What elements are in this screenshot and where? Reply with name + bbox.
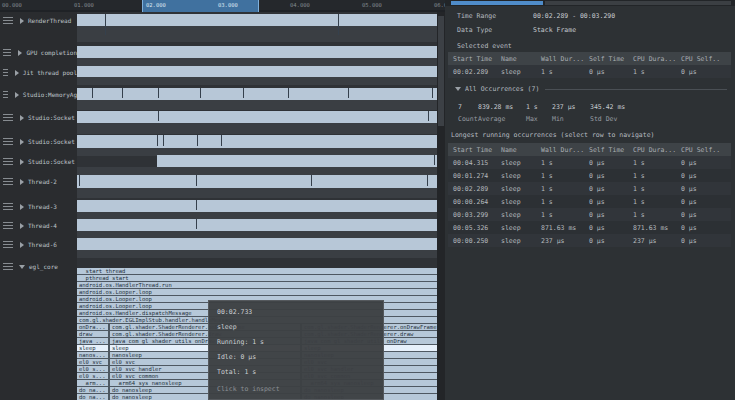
event-tick-mark[interactable] (221, 135, 222, 146)
stack-frame-android-os-looper-loop[interactable]: android.os.Looper.loop (77, 289, 437, 295)
stack-frame-ondra-[interactable]: onDra... (77, 324, 108, 330)
column-header-self-time[interactable]: Self Time (584, 146, 628, 154)
event-tick-mark[interactable] (427, 175, 428, 186)
expand-arrow-icon[interactable] (15, 92, 19, 98)
event-tick-mark[interactable] (428, 111, 429, 121)
event-tick-mark[interactable] (105, 14, 106, 35)
track-activity-bar-thread-3[interactable] (77, 200, 437, 212)
timeline-scrollbar-thumb[interactable] (438, 16, 444, 126)
column-header-wall-dur-[interactable]: Wall Dur... (536, 146, 584, 154)
timeline-scrollbar[interactable] (437, 12, 445, 400)
collapse-triangle-icon[interactable] (455, 87, 461, 91)
event-tick-mark[interactable] (196, 200, 197, 210)
expand-arrow-icon[interactable] (20, 18, 24, 24)
drag-grip-icon[interactable] (3, 203, 13, 210)
stack-frame-el0-s-[interactable]: el0_s... (77, 373, 108, 379)
event-tick-mark[interactable] (163, 135, 164, 146)
track-header-jit-thread-pool[interactable]: Jit thread pool (0, 68, 77, 77)
stack-frame-nanos-[interactable]: nanos... (77, 352, 108, 358)
drag-grip-icon[interactable] (3, 17, 13, 24)
drag-grip-icon[interactable] (3, 138, 13, 145)
track-activity-bar-jit-thread-pool[interactable] (77, 66, 437, 77)
drag-grip-icon[interactable] (3, 222, 13, 229)
expand-arrow-icon[interactable] (20, 242, 24, 248)
event-tick-mark[interactable] (157, 135, 158, 146)
expand-arrow-icon[interactable] (20, 115, 24, 121)
table-row[interactable]: 00:04.315sleep1 s0 µs1 s0 µs (448, 156, 731, 169)
table-row[interactable]: 00:03.299sleep1 s0 µs1 s0 µs (448, 208, 731, 221)
expand-arrow-icon[interactable] (20, 223, 24, 229)
drag-grip-icon[interactable] (3, 49, 11, 56)
track-header-thread-6[interactable]: Thread-6 (0, 240, 77, 249)
table-row[interactable]: 00:01.274sleep1 s0 µs1 s0 µs (448, 169, 731, 182)
track-header-renderthread[interactable]: RenderThread (0, 16, 77, 25)
track-header-thread-4[interactable]: Thread-4 (0, 221, 77, 230)
event-tick-mark[interactable] (200, 88, 201, 98)
column-header-start-time[interactable]: Start Time (448, 146, 496, 154)
table-row[interactable]: 00:02.289sleep1 s0 µs1 s0 µs (448, 65, 731, 78)
stack-frame-draw[interactable]: draw (77, 331, 108, 337)
track-activity-bar-studio-memoryag[interactable] (77, 88, 437, 100)
drag-grip-icon[interactable] (3, 241, 13, 248)
drag-grip-icon[interactable] (3, 178, 13, 185)
column-header-start-time[interactable]: Start Time (448, 55, 496, 63)
track-header-studio-socket[interactable]: Studio:Socket (0, 113, 77, 122)
event-tick-mark[interactable] (434, 155, 435, 165)
expand-arrow-icon[interactable] (20, 139, 24, 145)
track-activity-bar-studio-socket[interactable] (77, 135, 437, 148)
event-tick-mark[interactable] (432, 88, 433, 98)
track-header-thread-2[interactable]: Thread-2 (0, 177, 77, 186)
stack-frame-el0-svc[interactable]: el0_svc (77, 359, 108, 365)
table-row[interactable]: 00:02.289sleep1 s0 µs1 s0 µs (448, 182, 731, 195)
track-header-studio-socket[interactable]: Studio:Socket (0, 137, 77, 146)
expand-arrow-icon[interactable] (20, 179, 24, 185)
expand-arrow-icon[interactable] (15, 70, 19, 76)
stack-frame-java-[interactable]: java_... (77, 338, 108, 344)
track-header-gpu-completion[interactable]: GPU completion (0, 48, 77, 57)
collapse-arrow-icon[interactable] (19, 265, 25, 269)
time-ruler[interactable]: 00.00001.00002.00003.00004.00005.00006.0 (0, 0, 445, 12)
event-tick-mark[interactable] (338, 14, 339, 35)
table-row[interactable]: 00:05.326sleep871.63 ms0 µs871.63 ms0 µs (448, 221, 731, 234)
column-header-self-time[interactable]: Self Time (584, 55, 628, 63)
event-tick-mark[interactable] (288, 88, 289, 98)
column-header-cpu-dura-[interactable]: CPU Dura... (628, 146, 676, 154)
expand-arrow-icon[interactable] (20, 159, 24, 165)
track-header-studio-memoryag[interactable]: Studio:MemoryAg (0, 90, 77, 99)
event-tick-mark[interactable] (158, 88, 159, 98)
event-tick-mark[interactable] (158, 111, 159, 121)
stack-frame-do-na-[interactable]: do_na... (77, 394, 108, 400)
event-tick-mark[interactable] (79, 175, 80, 186)
stack-frame-android-os-handlerthread-run[interactable]: android.os.HandlerThread.run (77, 282, 437, 288)
inactive-tab-area[interactable] (545, 1, 731, 5)
drag-grip-icon[interactable] (3, 158, 13, 165)
track-header-egl-core[interactable]: egl_core (0, 262, 77, 271)
drag-grip-icon[interactable] (3, 69, 8, 76)
column-header-cpu-dura-[interactable]: CPU Dura... (628, 55, 676, 63)
track-activity-bar-thread-6[interactable] (77, 238, 437, 250)
drag-grip-icon[interactable] (3, 114, 13, 121)
stack-frame-sleep[interactable]: sleep (77, 345, 108, 351)
track-activity-bar-thread-4[interactable] (77, 219, 437, 231)
expand-arrow-icon[interactable] (20, 204, 24, 210)
track-activity-bar-renderthread[interactable] (77, 14, 437, 26)
drag-grip-icon[interactable] (3, 263, 13, 270)
track-header-studio-socket[interactable]: Studio:Socket (0, 157, 77, 166)
table-row[interactable]: 00:00.250sleep237 µs0 µs237 µs0 µs (448, 234, 731, 247)
active-tab-indicator[interactable] (451, 1, 543, 5)
column-header-wall-dur-[interactable]: Wall Dur... (536, 55, 584, 63)
event-tick-mark[interactable] (196, 219, 197, 229)
stack-frame--pthread-start[interactable]: __pthread_start (77, 275, 437, 281)
track-activity-bar-studio-socket[interactable] (77, 111, 437, 123)
event-tick-mark[interactable] (197, 135, 198, 146)
event-tick-mark[interactable] (92, 88, 93, 98)
column-header-cpu-self-[interactable]: CPU Self... (676, 146, 720, 154)
column-header-cpu-self-[interactable]: CPU Self... (676, 55, 720, 63)
stack-frame--start-thread[interactable]: __start_thread (77, 268, 437, 274)
stack-frame-do-na-[interactable]: do_na... (77, 387, 108, 393)
track-header-thread-3[interactable]: Thread-3 (0, 202, 77, 211)
all-occurrences-header[interactable]: All Occurrences (7) (455, 85, 727, 93)
drag-grip-icon[interactable] (3, 91, 8, 98)
event-tick-mark[interactable] (243, 88, 244, 98)
stack-frame-el0-s-[interactable]: el0_s... (77, 366, 108, 372)
